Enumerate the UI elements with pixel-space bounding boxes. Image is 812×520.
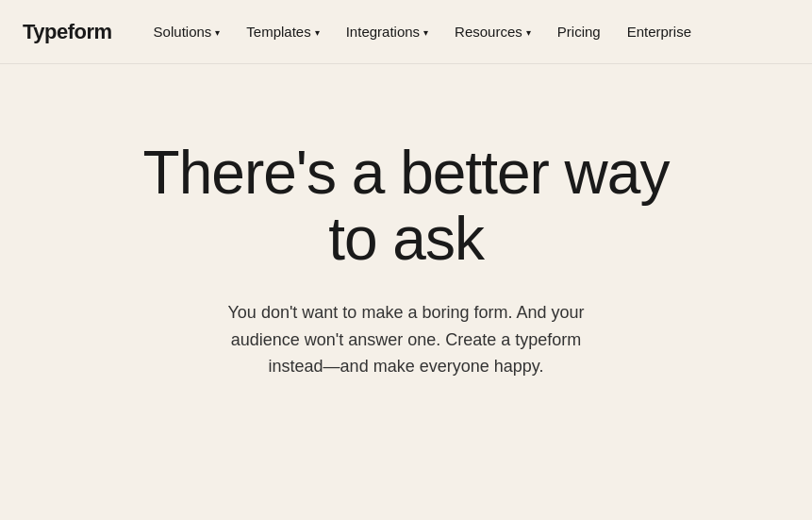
- nav-label-integrations: Integrations: [346, 24, 420, 40]
- nav-label-templates: Templates: [246, 24, 310, 40]
- chevron-down-icon: ▾: [526, 27, 531, 38]
- nav-links: Solutions ▾ Templates ▾ Integrations ▾ R…: [142, 16, 789, 47]
- nav-item-resources[interactable]: Resources ▾: [443, 16, 542, 47]
- nav-label-pricing: Pricing: [557, 24, 601, 40]
- navbar: Typeform Solutions ▾ Templates ▾ Integra…: [0, 0, 812, 64]
- nav-item-templates[interactable]: Templates ▾: [235, 16, 330, 47]
- hero-section: There's a better way to ask You don't wa…: [0, 64, 812, 437]
- logo[interactable]: Typeform: [23, 20, 112, 44]
- chevron-down-icon: ▾: [423, 27, 428, 38]
- chevron-down-icon: ▾: [315, 27, 320, 38]
- nav-label-enterprise: Enterprise: [627, 24, 691, 40]
- nav-item-integrations[interactable]: Integrations ▾: [335, 16, 439, 47]
- hero-subtitle: You don't want to make a boring form. An…: [208, 299, 605, 380]
- nav-item-enterprise[interactable]: Enterprise: [616, 16, 703, 47]
- chevron-down-icon: ▾: [215, 27, 220, 38]
- nav-item-pricing[interactable]: Pricing: [546, 16, 612, 47]
- nav-label-solutions: Solutions: [154, 24, 212, 40]
- nav-label-resources: Resources: [455, 24, 522, 40]
- nav-item-solutions[interactable]: Solutions ▾: [142, 16, 232, 47]
- hero-title: There's a better way to ask: [114, 140, 699, 273]
